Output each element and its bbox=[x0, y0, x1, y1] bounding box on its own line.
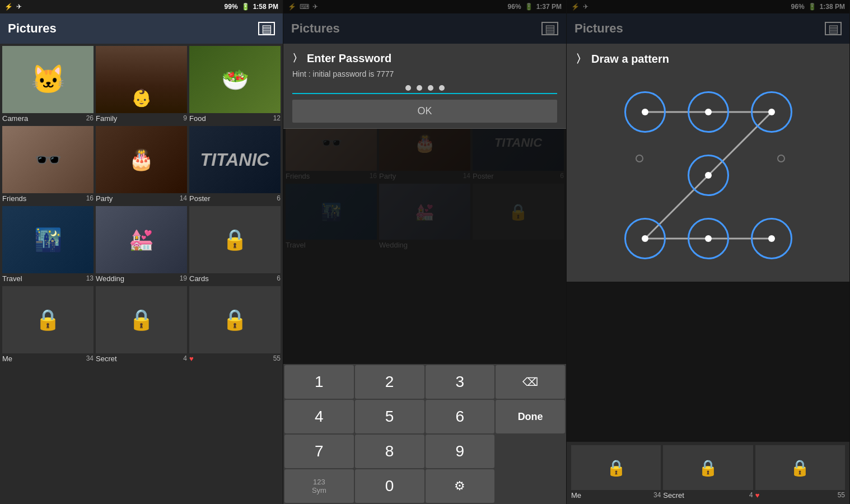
cell-family[interactable]: 👶 Family9 bbox=[96, 46, 187, 124]
numpad-row-1: 1 2 3 ⌫ bbox=[284, 365, 565, 399]
dot-3 bbox=[428, 85, 433, 91]
num-2[interactable]: 2 bbox=[355, 365, 424, 399]
time-1: 1:58 PM bbox=[253, 3, 278, 11]
cell-me[interactable]: 🔒 Me34 bbox=[2, 286, 94, 364]
grid-row-3: 🌃 Travel13 💒 Wedding19 bbox=[2, 206, 281, 284]
thumb-favorites: 🔒 bbox=[189, 286, 281, 353]
thumb-travel: 🌃 bbox=[2, 206, 94, 273]
label-travel: Travel13 bbox=[2, 273, 94, 284]
num-0[interactable]: 0 bbox=[355, 469, 424, 503]
numpad-row-2: 4 5 6 Done bbox=[284, 400, 565, 433]
num-6[interactable]: 6 bbox=[426, 400, 495, 433]
dot-1 bbox=[405, 85, 411, 91]
bottom-cell-heart: 🔒 ♥55 bbox=[755, 445, 845, 501]
app-title-1: Pictures bbox=[8, 21, 57, 36]
thumb-camera: 🐱 bbox=[2, 46, 94, 113]
lock-icon-secret-3: 🔒 bbox=[698, 459, 718, 477]
label-me: Me34 bbox=[2, 353, 94, 364]
dot-2 bbox=[417, 85, 422, 91]
panel-2: ⚡ ⌨ ✈ 96% 🔋 1:37 PM Pictures ▤ 🔆 Ca... 👶… bbox=[283, 0, 567, 504]
thumb-secret: 🔒 bbox=[96, 286, 187, 353]
thumb-food: 🥗 bbox=[189, 46, 281, 113]
cell-favorites[interactable]: 🔒 ♥55 bbox=[189, 286, 281, 364]
cell-cards[interactable]: 🔒 Cards6 bbox=[189, 206, 281, 284]
pattern-node-3[interactable] bbox=[636, 155, 643, 162]
thumb-family: 👶 bbox=[96, 46, 187, 113]
label-heart-3: ♥55 bbox=[755, 490, 845, 501]
gear-btn[interactable]: ⚙ bbox=[426, 469, 495, 503]
num-1[interactable]: 1 bbox=[284, 365, 354, 399]
panel-1: ⚡ ✈ 99% 🔋 1:58 PM Pictures ▤ 🐱 Camera26 bbox=[0, 0, 283, 504]
cell-secret[interactable]: 🔒 Secret4 bbox=[96, 286, 187, 364]
thumb-me: 🔒 bbox=[2, 286, 94, 353]
lock-icon-me: 🔒 bbox=[35, 308, 60, 332]
bottom-cell-secret: 🔒 Secret4 bbox=[663, 445, 753, 501]
grid-1: 🐱 Camera26 👶 Family9 bbox=[0, 44, 283, 504]
status-right-1: 99% 🔋 1:58 PM bbox=[225, 3, 278, 11]
backspace-btn[interactable]: ⌫ bbox=[496, 365, 565, 399]
num-7[interactable]: 7 bbox=[284, 435, 354, 468]
label-food: Food12 bbox=[189, 113, 281, 124]
bottom-cell-me: 🔒 Me34 bbox=[571, 445, 661, 501]
pattern-chevron-icon: 〉 bbox=[576, 52, 587, 67]
sym-btn[interactable]: 123Sym bbox=[284, 469, 354, 503]
pattern-node-2[interactable] bbox=[751, 91, 792, 133]
num-8[interactable]: 8 bbox=[355, 435, 424, 468]
label-cards: Cards6 bbox=[189, 273, 281, 284]
cell-food[interactable]: 🥗 Food12 bbox=[189, 46, 281, 124]
lock-icon-heart-3: 🔒 bbox=[790, 459, 810, 477]
battery-pct-1: 99% bbox=[225, 3, 238, 11]
password-dots bbox=[292, 85, 557, 91]
cell-travel[interactable]: 🌃 Travel13 bbox=[2, 206, 94, 284]
cell-wedding[interactable]: 💒 Wedding19 bbox=[96, 206, 187, 284]
cell-poster[interactable]: TITANIC Poster6 bbox=[189, 126, 281, 204]
num-3[interactable]: 3 bbox=[426, 365, 495, 399]
status-bar-1: ⚡ ✈ 99% 🔋 1:58 PM bbox=[0, 0, 283, 13]
lock-icon-secret: 🔒 bbox=[129, 308, 154, 332]
dialog-title-text: Enter Password bbox=[307, 52, 391, 65]
pattern-node-8[interactable] bbox=[751, 218, 792, 259]
label-family: Family9 bbox=[96, 113, 187, 124]
pattern-node-4[interactable] bbox=[688, 155, 729, 196]
lock-icon-cards: 🔒 bbox=[222, 228, 247, 251]
cell-party[interactable]: 🎂 Party14 bbox=[96, 126, 187, 204]
label-friends: Friends16 bbox=[2, 193, 94, 204]
num-5[interactable]: 5 bbox=[355, 400, 424, 433]
dot-4 bbox=[439, 85, 445, 91]
numpad-row-4: 123Sym 0 ⚙ bbox=[284, 469, 565, 503]
lock-icon-me-3: 🔒 bbox=[606, 459, 626, 477]
cell-camera[interactable]: 🐱 Camera26 bbox=[2, 46, 94, 124]
pattern-node-0[interactable] bbox=[624, 91, 666, 133]
panel-3: ⚡ ✈ 96% 🔋 1:38 PM Pictures ▤ 🐱 Ca... 👶 🥗 bbox=[567, 0, 850, 504]
pattern-node-1[interactable] bbox=[688, 91, 729, 133]
done-btn[interactable]: Done bbox=[496, 400, 565, 433]
thumb-secret-3: 🔒 bbox=[663, 445, 753, 490]
label-secret: Secret4 bbox=[96, 353, 187, 364]
ok-button[interactable]: OK bbox=[292, 100, 557, 123]
label-favorites: ♥55 bbox=[189, 353, 281, 364]
numpad-row-3: 7 8 9 bbox=[284, 435, 565, 468]
password-underline bbox=[292, 93, 557, 94]
status-left-icons: ⚡ ✈ bbox=[4, 3, 22, 11]
num-4[interactable]: 4 bbox=[284, 400, 354, 433]
grid-row-2: 🕶️ Friends16 🎂 Party14 bbox=[2, 126, 281, 204]
password-overlay: 〉 Enter Password Hint : initial password… bbox=[283, 0, 566, 504]
pattern-node-7[interactable] bbox=[688, 218, 729, 259]
num-9[interactable]: 9 bbox=[426, 435, 495, 468]
pattern-node-5[interactable] bbox=[777, 155, 785, 162]
battery-icon-1: 🔋 bbox=[241, 3, 250, 11]
thumb-poster: TITANIC bbox=[189, 126, 281, 193]
pattern-grid-wrapper bbox=[613, 80, 804, 270]
dialog-hint: Hint : initial password is 7777 bbox=[292, 69, 557, 78]
label-wedding: Wedding19 bbox=[96, 273, 187, 284]
pattern-node-6[interactable] bbox=[624, 218, 666, 259]
grid-row-1: 🐱 Camera26 👶 Family9 bbox=[2, 46, 281, 124]
airplane-icon: ✈ bbox=[16, 3, 22, 11]
numpad: 1 2 3 ⌫ 4 5 6 Done 7 8 9 123Sym 0 ⚙ bbox=[283, 364, 566, 504]
bottom-row-3: 🔒 Me34 🔒 Secret4 🔒 ♥55 bbox=[567, 442, 849, 504]
chevron-icon: 〉 bbox=[292, 52, 302, 65]
menu-icon-1[interactable]: ▤ bbox=[258, 22, 275, 35]
thumb-heart-3: 🔒 bbox=[755, 445, 845, 490]
cell-friends[interactable]: 🕶️ Friends16 bbox=[2, 126, 94, 204]
thumb-wedding: 💒 bbox=[96, 206, 187, 273]
